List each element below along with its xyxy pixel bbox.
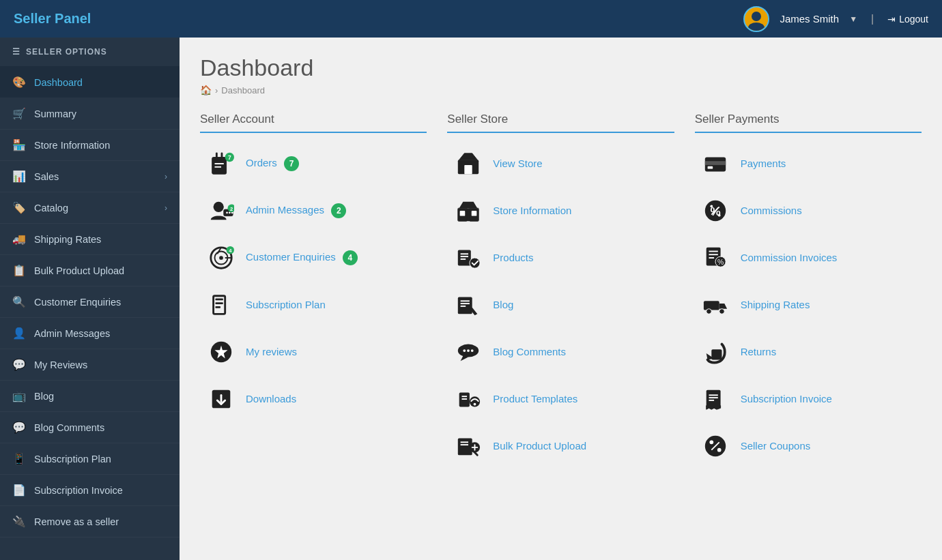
orders-label: Orders 7	[246, 156, 299, 171]
sidebar-item-blog[interactable]: 📺 Blog	[0, 381, 180, 412]
payments-subscription-invoice-item[interactable]: Subscription Invoice	[695, 377, 922, 421]
sidebar-item-summary[interactable]: 🛒 Summary	[0, 98, 180, 130]
admin-messages-label: Admin Messages 2	[246, 203, 346, 218]
payments-seller-coupons-item[interactable]: Seller Coupons	[695, 424, 922, 468]
blog-card-icon	[453, 289, 483, 320]
svg-rect-73	[704, 301, 719, 310]
svg-rect-35	[472, 211, 477, 216]
svg-rect-61	[708, 166, 713, 168]
account-customer-enquiries-item[interactable]: 4 Customer Enquiries 4	[200, 235, 427, 280]
payments-payments-item[interactable]: Payments	[695, 141, 922, 186]
subscription-plan-label: Subscription Plan	[246, 299, 326, 310]
payments-commissions-item[interactable]: % Commissions	[695, 188, 922, 233]
sidebar-item-bulk-product-upload[interactable]: 📋 Bulk Product Upload	[0, 255, 180, 286]
shipping-rates-label: Shipping Rates	[741, 299, 810, 310]
view-store-icon	[453, 148, 483, 179]
store-blog-item[interactable]: Blog	[447, 282, 674, 327]
customer-enquiries-label: Customer Enquiries 4	[246, 250, 358, 265]
store-icon: 🏪	[12, 138, 26, 151]
store-product-templates-item[interactable]: Product Templates	[447, 377, 674, 421]
svg-rect-36	[458, 250, 471, 265]
returns-label: Returns	[741, 346, 777, 357]
account-my-reviews-item[interactable]: My reviews	[200, 329, 427, 374]
store-bulk-product-upload-item[interactable]: Bulk Product Upload	[447, 424, 674, 468]
store-information-label: Store Information	[493, 205, 571, 216]
sidebar-item-dashboard[interactable]: 🎨 Dashboard	[0, 67, 180, 98]
account-admin-messages-item[interactable]: 2 Admin Messages 2	[200, 188, 427, 233]
subscription-invoice-icon	[700, 383, 731, 414]
payments-returns-item[interactable]: Returns	[695, 329, 922, 374]
svg-point-49	[471, 349, 474, 352]
sidebar-item-sales[interactable]: 📊 Sales ›	[0, 161, 180, 192]
store-view-store-item[interactable]: View Store	[447, 141, 674, 186]
seller-payments-section: Seller Payments Payments	[695, 113, 922, 468]
remove-icon: 🔌	[12, 515, 26, 528]
avatar	[743, 6, 769, 32]
sidebar-item-remove-as-seller[interactable]: 🔌 Remove as a seller	[0, 506, 180, 537]
sidebar-item-my-reviews[interactable]: 💬 My Reviews	[0, 349, 180, 381]
customer-enquiries-badge: 4	[343, 250, 358, 265]
downloads-label: Downloads	[246, 393, 296, 404]
admin-msg-icon: 2	[205, 195, 236, 226]
brand-logo: Seller Panel	[14, 11, 91, 27]
bulk-product-upload-label: Bulk Product Upload	[493, 440, 586, 452]
svg-point-48	[467, 349, 470, 352]
sidebar-item-customer-enquiries[interactable]: 🔍 Customer Enquiries	[0, 286, 180, 318]
view-store-label: View Store	[493, 158, 542, 169]
account-subscription-plan-item[interactable]: Subscription Plan	[200, 282, 427, 327]
svg-rect-78	[706, 389, 721, 408]
sidebar-item-subscription-plan[interactable]: 📱 Subscription Plan	[0, 443, 180, 475]
sidebar-item-shipping-rates[interactable]: 🚚 Shipping Rates	[0, 224, 180, 255]
catalog-icon: 🏷️	[12, 201, 26, 214]
svg-point-19	[219, 256, 223, 260]
svg-rect-34	[459, 211, 465, 216]
blog-comments-card-icon	[453, 336, 483, 367]
svg-point-37	[470, 258, 480, 268]
svg-point-47	[463, 349, 466, 352]
chevron-right-icon: ›	[165, 203, 167, 213]
product-templates-label: Product Templates	[493, 393, 577, 404]
payments-shipping-rates-item[interactable]: Shipping Rates	[695, 282, 922, 327]
subscription-invoice-label: Subscription Invoice	[741, 393, 832, 404]
svg-point-83	[710, 440, 714, 444]
upload-icon: 📋	[12, 264, 26, 277]
enquiries-icon: 4	[205, 242, 236, 273]
sidebar-item-subscription-invoice[interactable]: 📄 Subscription Invoice	[0, 475, 180, 506]
menu-icon: ☰	[12, 47, 20, 57]
returns-icon	[700, 336, 731, 367]
seller-payments-list: Payments % Commissions	[695, 141, 922, 468]
svg-point-74	[706, 308, 712, 314]
subscription-icon: 📱	[12, 452, 26, 465]
payments-label: Payments	[741, 158, 786, 169]
svg-rect-23	[215, 298, 223, 300]
svg-rect-30	[464, 164, 472, 173]
dashboard-icon: 🎨	[12, 76, 26, 89]
account-orders-item[interactable]: 7 Orders 7	[200, 141, 427, 186]
bulk-upload-card-icon	[453, 430, 483, 461]
sidebar-item-store-information[interactable]: 🏪 Store Information	[0, 130, 180, 161]
dashboard-grid: Seller Account 7	[200, 113, 922, 468]
store-store-information-item[interactable]: Store Information	[447, 188, 674, 233]
store-blog-comments-item[interactable]: Blog Comments	[447, 329, 674, 374]
sidebar-item-catalog[interactable]: 🏷️ Catalog ›	[0, 192, 180, 224]
admin-messages-icon: 👤	[12, 327, 26, 340]
shipping-icon: 🚚	[12, 233, 26, 246]
user-dropdown-icon[interactable]: ▼	[849, 14, 857, 24]
summary-icon: 🛒	[12, 107, 26, 120]
user-name[interactable]: James Smith	[780, 13, 839, 25]
main-content: Dashboard 🏠 › Dashboard Seller Account	[180, 38, 942, 560]
blog-comments-icon: 💬	[12, 421, 26, 434]
store-products-item[interactable]: Products	[447, 235, 674, 280]
sidebar-item-admin-messages[interactable]: 👤 Admin Messages	[0, 318, 180, 349]
svg-rect-60	[705, 161, 726, 165]
products-label: Products	[493, 252, 533, 263]
admin-messages-badge: 2	[331, 203, 346, 218]
logout-button[interactable]: ⇥ Logout	[887, 14, 928, 25]
sidebar-item-blog-comments[interactable]: 💬 Blog Comments	[0, 412, 180, 443]
account-downloads-item[interactable]: Downloads	[200, 377, 427, 421]
svg-point-84	[717, 447, 722, 452]
seller-coupons-icon	[700, 430, 731, 461]
product-templates-icon	[453, 383, 483, 414]
payments-commission-invoices-item[interactable]: % Commission Invoices	[695, 235, 922, 280]
commissions-icon: %	[700, 195, 731, 226]
